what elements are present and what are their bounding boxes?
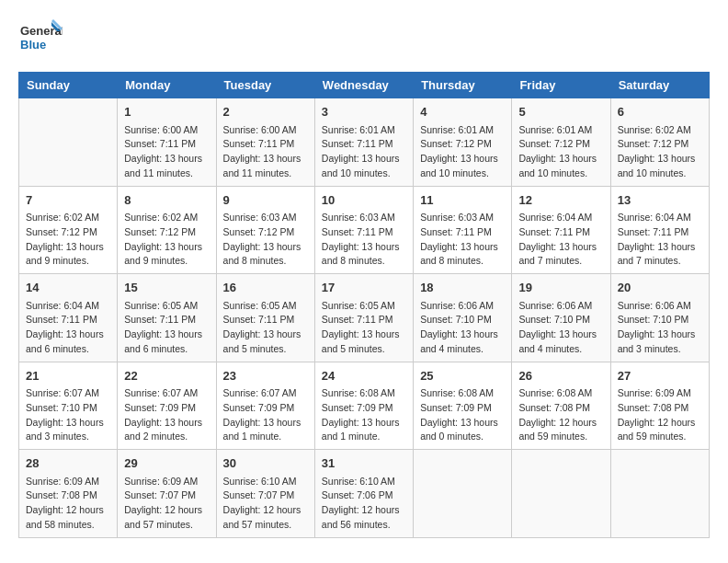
calendar-cell: 7Sunrise: 6:02 AMSunset: 7:12 PMDaylight… <box>19 186 118 274</box>
calendar-cell: 8Sunrise: 6:02 AMSunset: 7:12 PMDaylight… <box>118 186 216 274</box>
calendar-cell: 25Sunrise: 6:08 AMSunset: 7:09 PMDayligh… <box>414 362 512 450</box>
cell-info-line: Sunset: 7:09 PM <box>420 401 505 416</box>
cell-info-line: Sunset: 7:11 PM <box>618 225 702 240</box>
cell-info-line: and 8 minutes. <box>223 254 308 269</box>
calendar-cell <box>512 450 610 538</box>
cell-info-line: and 8 minutes. <box>322 254 406 269</box>
cell-info-line: Sunset: 7:06 PM <box>322 488 406 503</box>
cell-info-line: and 4 minutes. <box>420 342 505 357</box>
header-day-sunday: Sunday <box>19 73 118 98</box>
calendar-cell: 26Sunrise: 6:08 AMSunset: 7:08 PMDayligh… <box>512 362 610 450</box>
cell-info-line: Sunset: 7:11 PM <box>322 225 406 240</box>
cell-info-line: Sunrise: 6:00 AM <box>124 123 209 138</box>
calendar-cell <box>19 98 118 187</box>
cell-info-line: Daylight: 13 hours <box>223 416 308 431</box>
cell-info-line: Sunrise: 6:09 AM <box>618 386 702 401</box>
cell-info-line: Sunset: 7:09 PM <box>223 401 308 416</box>
day-number: 23 <box>223 367 308 385</box>
cell-info-line: and 3 minutes. <box>26 430 110 444</box>
calendar-cell: 2Sunrise: 6:00 AMSunset: 7:11 PMDaylight… <box>216 98 314 187</box>
cell-info-line: Daylight: 13 hours <box>26 416 110 431</box>
logo: GeneralBlue <box>18 18 63 57</box>
cell-info-line: Daylight: 13 hours <box>322 152 406 167</box>
calendar-cell: 14Sunrise: 6:04 AMSunset: 7:11 PMDayligh… <box>19 274 118 362</box>
calendar-cell: 1Sunrise: 6:00 AMSunset: 7:11 PMDaylight… <box>118 98 216 187</box>
calendar-week-2: 7Sunrise: 6:02 AMSunset: 7:12 PMDaylight… <box>19 186 710 274</box>
calendar-cell: 3Sunrise: 6:01 AMSunset: 7:11 PMDaylight… <box>314 98 413 187</box>
calendar-cell: 18Sunrise: 6:06 AMSunset: 7:10 PMDayligh… <box>414 274 512 362</box>
cell-info-line: Sunrise: 6:10 AM <box>322 475 406 489</box>
cell-info-line: and 57 minutes. <box>124 518 209 533</box>
cell-info-line: Daylight: 12 hours <box>124 503 209 518</box>
cell-info-line: and 6 minutes. <box>124 342 209 357</box>
cell-info-line: Sunrise: 6:01 AM <box>322 123 406 138</box>
cell-info-line: and 2 minutes. <box>124 430 209 444</box>
cell-info-line: Daylight: 13 hours <box>322 416 406 431</box>
header-day-wednesday: Wednesday <box>314 73 413 98</box>
day-number: 29 <box>124 454 209 473</box>
calendar-cell: 16Sunrise: 6:05 AMSunset: 7:11 PMDayligh… <box>216 274 314 362</box>
calendar-cell: 21Sunrise: 6:07 AMSunset: 7:10 PMDayligh… <box>19 362 118 450</box>
cell-info-line: Daylight: 13 hours <box>322 240 406 255</box>
cell-info-line: Daylight: 13 hours <box>322 327 406 342</box>
cell-info-line: Sunset: 7:10 PM <box>420 313 505 327</box>
header-day-tuesday: Tuesday <box>216 73 314 98</box>
day-number: 27 <box>618 367 702 385</box>
day-number: 11 <box>420 191 505 210</box>
header-day-friday: Friday <box>512 73 610 98</box>
cell-info-line: Sunset: 7:12 PM <box>26 225 110 240</box>
cell-info-line: Sunset: 7:08 PM <box>26 488 110 503</box>
cell-info-line: Daylight: 13 hours <box>618 327 702 342</box>
day-number: 30 <box>223 454 308 473</box>
header-row: SundayMondayTuesdayWednesdayThursdayFrid… <box>19 73 710 98</box>
day-number: 9 <box>223 191 308 210</box>
cell-info-line: Daylight: 13 hours <box>420 327 505 342</box>
cell-info-line: Sunrise: 6:09 AM <box>26 475 110 489</box>
day-number: 28 <box>26 454 110 473</box>
cell-info-line: Sunset: 7:11 PM <box>518 225 603 240</box>
cell-info-line: and 1 minute. <box>322 430 406 444</box>
cell-info-line: Daylight: 13 hours <box>618 152 702 167</box>
day-number: 8 <box>124 191 209 210</box>
day-number: 2 <box>223 103 308 121</box>
cell-info-line: Sunrise: 6:07 AM <box>223 386 308 401</box>
day-number: 4 <box>420 103 505 121</box>
page-header: GeneralBlue <box>18 18 710 57</box>
cell-info-line: Sunrise: 6:05 AM <box>124 299 209 314</box>
calendar-week-1: 1Sunrise: 6:00 AMSunset: 7:11 PMDaylight… <box>19 98 710 187</box>
cell-info-line: Sunrise: 6:04 AM <box>518 211 603 225</box>
calendar-cell: 31Sunrise: 6:10 AMSunset: 7:06 PMDayligh… <box>314 450 413 538</box>
calendar-cell: 10Sunrise: 6:03 AMSunset: 7:11 PMDayligh… <box>314 186 413 274</box>
cell-info-line: Sunset: 7:11 PM <box>124 313 209 327</box>
calendar-week-5: 28Sunrise: 6:09 AMSunset: 7:08 PMDayligh… <box>19 450 710 538</box>
day-number: 17 <box>322 279 406 297</box>
cell-info-line: and 1 minute. <box>223 430 308 444</box>
cell-info-line: Daylight: 13 hours <box>223 152 308 167</box>
cell-info-line: and 58 minutes. <box>26 518 110 533</box>
calendar-cell <box>610 450 709 538</box>
day-number: 6 <box>618 103 702 121</box>
cell-info-line: Daylight: 13 hours <box>420 416 505 431</box>
day-number: 5 <box>518 103 603 121</box>
day-number: 3 <box>322 103 406 121</box>
day-number: 31 <box>322 454 406 473</box>
cell-info-line: Sunset: 7:12 PM <box>223 225 308 240</box>
calendar-header: SundayMondayTuesdayWednesdayThursdayFrid… <box>19 73 710 98</box>
cell-info-line: Sunset: 7:11 PM <box>26 313 110 327</box>
cell-info-line: Sunrise: 6:04 AM <box>26 299 110 314</box>
cell-info-line: Sunrise: 6:09 AM <box>124 475 209 489</box>
calendar-cell: 30Sunrise: 6:10 AMSunset: 7:07 PMDayligh… <box>216 450 314 538</box>
cell-info-line: Daylight: 13 hours <box>124 416 209 431</box>
day-number: 10 <box>322 191 406 210</box>
calendar-cell: 11Sunrise: 6:03 AMSunset: 7:11 PMDayligh… <box>414 186 512 274</box>
calendar-cell: 28Sunrise: 6:09 AMSunset: 7:08 PMDayligh… <box>19 450 118 538</box>
cell-info-line: and 9 minutes. <box>26 254 110 269</box>
calendar-cell: 5Sunrise: 6:01 AMSunset: 7:12 PMDaylight… <box>512 98 610 187</box>
calendar-table: SundayMondayTuesdayWednesdayThursdayFrid… <box>18 72 710 538</box>
cell-info-line: and 10 minutes. <box>420 167 505 181</box>
cell-info-line: Sunrise: 6:04 AM <box>618 211 702 225</box>
cell-info-line: Sunrise: 6:01 AM <box>420 123 505 138</box>
cell-info-line: and 5 minutes. <box>322 342 406 357</box>
cell-info-line: Sunset: 7:07 PM <box>223 488 308 503</box>
cell-info-line: and 57 minutes. <box>223 518 308 533</box>
